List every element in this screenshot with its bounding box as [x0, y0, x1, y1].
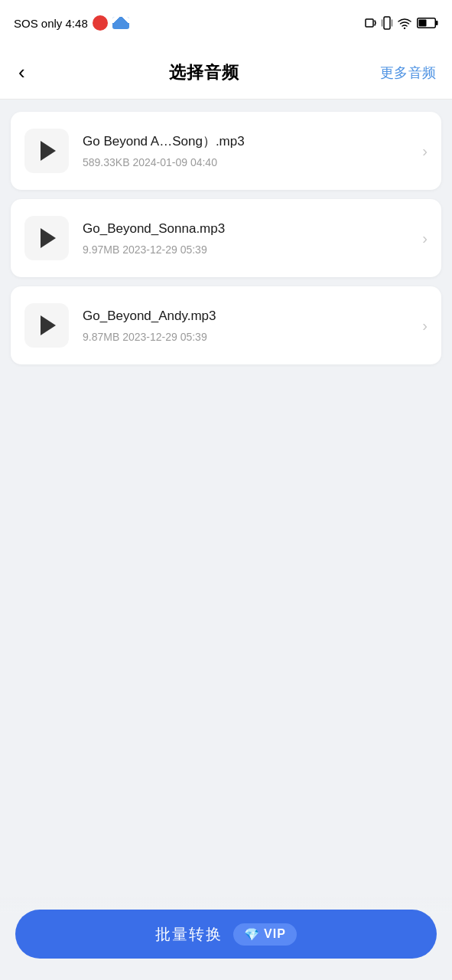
- battery-icon: [417, 18, 438, 28]
- mail-icon: [112, 17, 129, 29]
- vip-badge: 💎 VIP: [233, 923, 297, 946]
- nav-bar: ‹ 选择音频 更多音频: [0, 46, 452, 100]
- play-button-2[interactable]: [24, 216, 69, 260]
- audio-name-2: Go_Beyond_Sonna.mp3: [83, 220, 408, 237]
- list-item[interactable]: Go Beyond A…Song）.mp3 589.33KB 2024-01-0…: [11, 112, 441, 190]
- diamond-icon: 💎: [244, 927, 259, 942]
- vibrate-icon: [382, 16, 392, 30]
- list-item[interactable]: Go_Beyond_Andy.mp3 9.87MB 2023-12-29 05:…: [11, 286, 441, 364]
- batch-convert-label: 批量转换: [155, 924, 223, 945]
- status-bar: SOS only 4:48: [0, 0, 452, 46]
- audio-name-3: Go_Beyond_Andy.mp3: [83, 308, 408, 325]
- red-dot-icon: [93, 15, 108, 31]
- page-title: 选择音频: [169, 61, 239, 84]
- more-audio-button[interactable]: 更多音频: [380, 64, 437, 82]
- play-button-3[interactable]: [24, 303, 69, 348]
- chevron-right-icon: ›: [422, 317, 428, 335]
- status-left: SOS only 4:48: [14, 15, 129, 31]
- chevron-right-icon: ›: [422, 230, 428, 247]
- list-item[interactable]: Go_Beyond_Sonna.mp3 9.97MB 2023-12-29 05…: [11, 199, 441, 277]
- audio-name-1: Go Beyond A…Song）.mp3: [83, 133, 408, 150]
- svg-point-4: [404, 28, 405, 29]
- status-right: [365, 16, 438, 30]
- play-triangle-icon: [41, 141, 56, 161]
- wifi-icon: [397, 17, 412, 29]
- svg-rect-7: [436, 21, 438, 25]
- audio-info-1: Go Beyond A…Song）.mp3 589.33KB 2024-01-0…: [83, 133, 408, 168]
- batch-convert-button[interactable]: 批量转换 💎 VIP: [15, 910, 437, 959]
- svg-rect-6: [419, 20, 427, 27]
- svg-rect-1: [384, 17, 390, 29]
- audio-info-3: Go_Beyond_Andy.mp3 9.87MB 2023-12-29 05:…: [83, 308, 408, 343]
- audio-list: Go Beyond A…Song）.mp3 589.33KB 2024-01-0…: [0, 100, 452, 456]
- audio-meta-1: 589.33KB 2024-01-09 04:40: [83, 156, 408, 168]
- audio-meta-2: 9.97MB 2023-12-29 05:39: [83, 243, 408, 256]
- audio-info-2: Go_Beyond_Sonna.mp3 9.97MB 2023-12-29 05…: [83, 220, 408, 256]
- audio-meta-3: 9.87MB 2023-12-29 05:39: [83, 331, 408, 343]
- nfc-icon: [365, 17, 377, 29]
- chevron-right-icon: ›: [422, 142, 428, 160]
- back-button[interactable]: ‹: [15, 57, 28, 87]
- vip-label: VIP: [264, 927, 286, 941]
- status-time: SOS only 4:48: [14, 17, 88, 30]
- play-button-1[interactable]: [24, 129, 69, 173]
- play-triangle-icon: [41, 228, 56, 248]
- svg-rect-0: [366, 19, 373, 27]
- bottom-bar: 批量转换 💎 VIP: [0, 897, 452, 980]
- play-triangle-icon: [41, 315, 56, 335]
